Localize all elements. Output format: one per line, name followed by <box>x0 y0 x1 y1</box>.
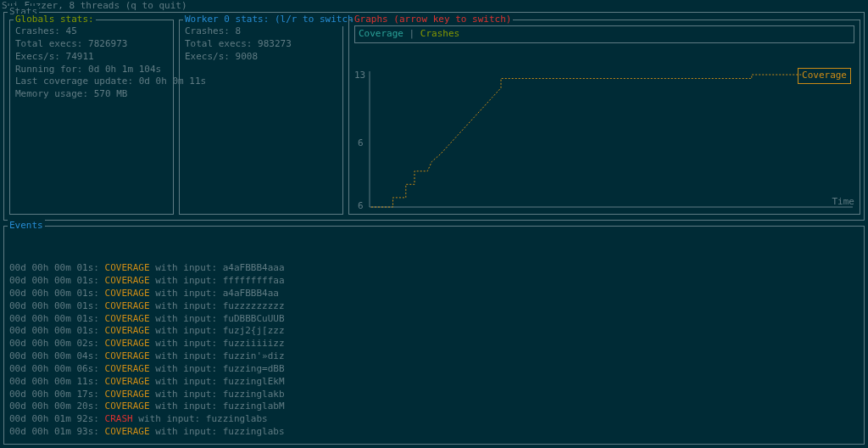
worker-total-execs: Total execs: 983273 <box>185 38 337 51</box>
events-panel: Events 00d 00h 00m 01s: COVERAGE with in… <box>3 226 865 445</box>
event-text: with input: fuzzinglabs <box>133 413 268 424</box>
app-title: Sui Fuzzer, 8 threads (q to quit) <box>0 0 868 13</box>
event-line: 00d 00h 00m 01s: COVERAGE with input: ff… <box>9 275 859 288</box>
event-line: 00d 00h 00m 11s: COVERAGE with input: fu… <box>9 376 859 389</box>
globals-last-cov: Last coverage update: 0d 0h 0m 11s <box>15 76 168 88</box>
event-ts: 00d 00h 00m 20s: <box>9 400 105 412</box>
event-coverage-tag: COVERAGE <box>105 389 150 400</box>
event-line: 00d 00h 01m 93s: COVERAGE with input: fu… <box>9 426 859 439</box>
event-line: 00d 00h 00m 01s: COVERAGE with input: a4… <box>9 262 859 275</box>
event-text: with input: fuzzing=dBB <box>150 363 285 374</box>
worker-execs-s: Execs/s: 9008 <box>185 51 337 64</box>
event-coverage-tag: COVERAGE <box>105 400 150 412</box>
events-title: Events <box>8 220 45 232</box>
event-text: with input: fuzzzzzzzzz <box>150 300 285 311</box>
event-ts: 00d 00h 00m 06s: <box>9 363 105 374</box>
globals-running-for: Running for: 0d 0h 1m 104s <box>15 64 168 76</box>
event-ts: 00d 00h 00m 01s: <box>9 275 105 286</box>
chart-area: 13 6 6 Time Coverage <box>354 46 854 209</box>
event-ts: 00d 00h 00m 17s: <box>9 389 105 400</box>
globals-execs-s: Execs/s: 74911 <box>15 51 168 64</box>
event-ts: 00d 00h 00m 01s: <box>9 325 105 336</box>
event-coverage-tag: COVERAGE <box>105 262 150 273</box>
event-text: with input: a4aFBBB4aaa <box>150 262 285 273</box>
event-ts: 00d 00h 00m 01s: <box>9 313 105 324</box>
event-text: with input: a4aFBBB4aa <box>150 288 279 299</box>
graphs-title: Graphs (arrow key to switch) <box>353 14 513 26</box>
worker-content: Crashes: 8 Total execs: 983273 Execs/s: … <box>185 25 337 209</box>
globals-title: Globals stats: <box>14 14 96 26</box>
event-ts: 00d 00h 00m 01s: <box>9 262 105 273</box>
graphs-panel[interactable]: Graphs (arrow key to switch) Coverage | … <box>348 20 860 215</box>
event-ts: 00d 00h 01m 92s: <box>9 413 105 424</box>
event-text: with input: fuzzinglabs <box>150 426 285 437</box>
worker-panel: Worker 0 stats: (l/r to switch) Crashes:… <box>179 20 343 215</box>
event-ts: 00d 00h 00m 04s: <box>9 350 105 361</box>
event-ts: 00d 00h 00m 02s: <box>9 338 105 349</box>
event-line: 00d 00h 01m 92s: CRASH with input: fuzzi… <box>9 413 859 426</box>
events-list: 00d 00h 00m 01s: COVERAGE with input: a4… <box>9 262 859 439</box>
stats-panel: Stats Globals stats: Crashes: 45 Total e… <box>3 12 865 221</box>
event-text: with input: fuzzinglEkM <box>150 376 285 387</box>
event-line: 00d 00h 00m 01s: COVERAGE with input: fu… <box>9 325 859 338</box>
event-coverage-tag: COVERAGE <box>105 325 150 336</box>
coverage-chart <box>354 46 854 209</box>
globals-memory: Memory usage: 570 MB <box>15 88 168 101</box>
event-ts: 00d 00h 00m 01s: <box>9 300 105 311</box>
worker-crashes: Crashes: 8 <box>185 25 337 38</box>
event-line: 00d 00h 00m 01s: COVERAGE with input: a4… <box>9 288 859 300</box>
event-text: with input: fffffffffaa <box>150 275 285 286</box>
event-text: with input: fuzzinglabM <box>150 400 285 412</box>
event-ts: 00d 00h 00m 11s: <box>9 376 105 387</box>
globals-crashes: Crashes: 45 <box>15 25 168 38</box>
event-coverage-tag: COVERAGE <box>105 363 150 374</box>
event-coverage-tag: COVERAGE <box>105 313 150 324</box>
event-line: 00d 00h 00m 06s: COVERAGE with input: fu… <box>9 363 859 376</box>
event-line: 00d 00h 00m 17s: COVERAGE with input: fu… <box>9 389 859 401</box>
event-ts: 00d 00h 01m 93s: <box>9 426 105 437</box>
graph-legend: Coverage | Crashes <box>354 25 854 43</box>
event-coverage-tag: COVERAGE <box>105 288 150 299</box>
legend-crashes: Crashes <box>420 28 459 39</box>
event-text: with input: fuzzin'»diz <box>150 350 285 361</box>
event-line: 00d 00h 00m 20s: COVERAGE with input: fu… <box>9 400 859 413</box>
event-line: 00d 00h 00m 04s: COVERAGE with input: fu… <box>9 350 859 363</box>
event-text: with input: fuzziiiiizz <box>150 338 285 349</box>
event-coverage-tag: COVERAGE <box>105 426 150 437</box>
event-crash-tag: CRASH <box>105 413 133 424</box>
legend-coverage: Coverage <box>359 28 403 39</box>
event-coverage-tag: COVERAGE <box>105 350 150 361</box>
event-text: with input: fuzzinglakb <box>150 389 285 400</box>
event-coverage-tag: COVERAGE <box>105 338 150 349</box>
event-line: 00d 00h 00m 01s: COVERAGE with input: fu… <box>9 313 859 326</box>
event-coverage-tag: COVERAGE <box>105 376 150 387</box>
globals-total-execs: Total execs: 7826973 <box>15 38 168 51</box>
legend-sep: | <box>403 28 420 39</box>
event-line: 00d 00h 00m 02s: COVERAGE with input: fu… <box>9 338 859 350</box>
globals-content: Crashes: 45 Total execs: 7826973 Execs/s… <box>15 25 168 209</box>
event-text: with input: fuDBBBCuUUB <box>150 313 285 324</box>
event-ts: 00d 00h 00m 01s: <box>9 288 105 299</box>
event-coverage-tag: COVERAGE <box>105 275 150 286</box>
event-text: with input: fuzj2{j[zzz <box>150 325 285 336</box>
worker-title: Worker 0 stats: (l/r to switch) <box>183 14 360 26</box>
globals-panel: Globals stats: Crashes: 45 Total execs: … <box>9 20 174 215</box>
event-line: 00d 00h 00m 01s: COVERAGE with input: fu… <box>9 300 859 313</box>
event-coverage-tag: COVERAGE <box>105 300 150 311</box>
